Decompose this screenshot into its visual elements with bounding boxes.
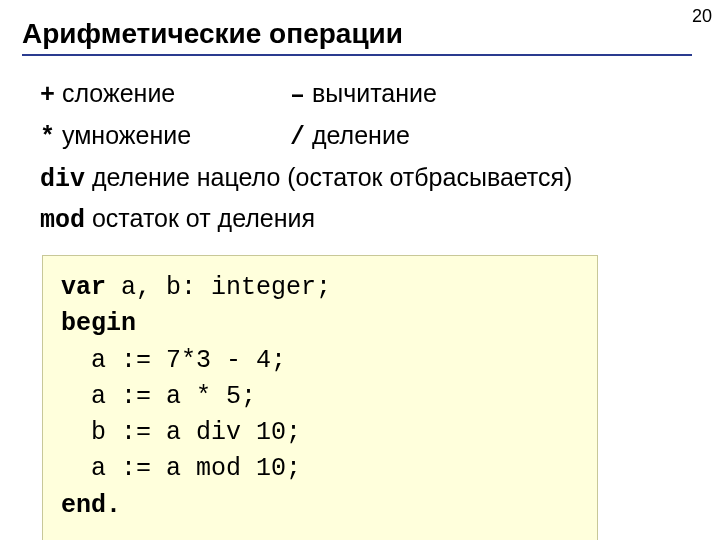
mul-label: умножение — [55, 121, 191, 149]
ops-row-1: + сложение – вычитание — [40, 74, 692, 116]
kw-begin: begin — [61, 309, 136, 338]
kw-end: end. — [61, 491, 121, 520]
ops-row-2: * умножение / деление — [40, 116, 692, 158]
heading: Арифметические операции — [22, 18, 692, 50]
op-mod: mod остаток от деления — [40, 199, 692, 241]
plus-symbol: + — [40, 81, 55, 110]
op-plus: + сложение — [40, 74, 290, 116]
op-div: / деление — [290, 116, 540, 158]
idiv-symbol: div — [40, 165, 85, 194]
slide-content: Арифметические операции + сложение – выч… — [0, 0, 720, 540]
code-l6: a := a mod 10; — [61, 454, 301, 483]
kw-var: var — [61, 273, 106, 302]
op-minus: – вычитание — [290, 74, 540, 116]
mod-label: остаток от деления — [85, 204, 315, 232]
minus-symbol: – — [290, 81, 305, 110]
code-l5: b := a div 10; — [61, 418, 301, 447]
minus-label: вычитание — [305, 79, 437, 107]
div-label: деление — [305, 121, 410, 149]
heading-rule — [22, 54, 692, 56]
operator-list: + сложение – вычитание * умножение / дел… — [22, 74, 692, 241]
div-symbol: / — [290, 123, 305, 152]
code-example: var a, b: integer; begin a := 7*3 - 4; a… — [42, 255, 598, 540]
plus-label: сложение — [55, 79, 175, 107]
code-l3: a := 7*3 - 4; — [61, 346, 286, 375]
page-number: 20 — [692, 6, 712, 27]
idiv-label: деление нацело (остаток отбрасывается) — [85, 163, 572, 191]
mul-symbol: * — [40, 123, 55, 152]
op-mul: * умножение — [40, 116, 290, 158]
mod-symbol: mod — [40, 206, 85, 235]
code-l1-rest: a, b: integer; — [106, 273, 331, 302]
op-idiv: div деление нацело (остаток отбрасываетс… — [40, 158, 692, 200]
code-l4: a := a * 5; — [61, 382, 256, 411]
